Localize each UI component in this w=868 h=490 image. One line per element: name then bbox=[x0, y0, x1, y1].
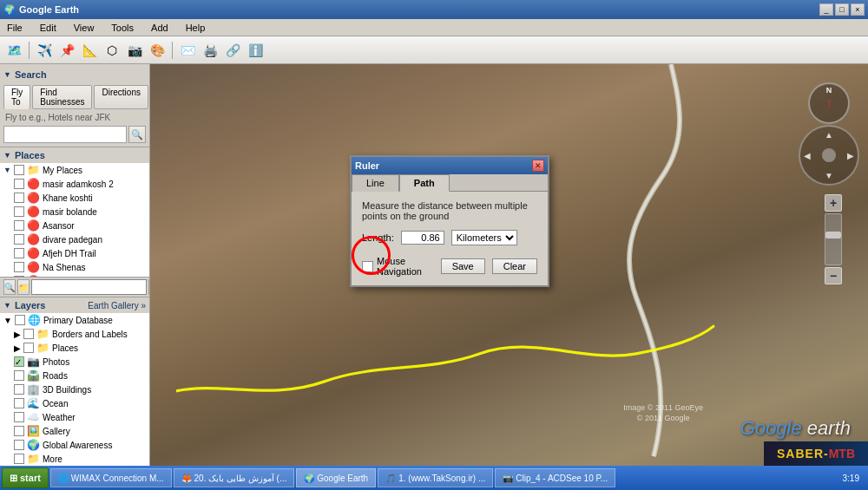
toolbar-btn-1[interactable]: 🗺️ bbox=[3, 40, 24, 61]
item-checkbox[interactable] bbox=[14, 193, 24, 203]
window-controls[interactable]: _ □ × bbox=[819, 3, 865, 16]
zoom-slider[interactable] bbox=[825, 213, 842, 265]
close-button[interactable]: × bbox=[851, 3, 865, 16]
menu-add[interactable]: Add bbox=[148, 21, 172, 35]
tab-directions[interactable]: Directions bbox=[94, 85, 148, 109]
places-zoom-btn[interactable]: 🔍 bbox=[3, 279, 16, 295]
menu-edit[interactable]: Edit bbox=[36, 21, 60, 35]
layer-checkbox[interactable] bbox=[14, 426, 24, 436]
item-label: Na Shenas bbox=[43, 263, 85, 272]
nav-left-button[interactable]: ◀ bbox=[804, 151, 811, 160]
earth-gallery-button[interactable]: Earth Gallery » bbox=[88, 301, 146, 310]
taskbar-item-music[interactable]: 🎵 1. (www.TakSong.ir) ... bbox=[378, 468, 493, 487]
layer-checkbox[interactable] bbox=[14, 454, 24, 464]
list-item[interactable]: 🔴 Afjeh DH Trail bbox=[10, 246, 149, 260]
navigation-ring[interactable]: ▲ ▼ ◀ ▶ bbox=[799, 125, 859, 186]
item-checkbox[interactable] bbox=[14, 220, 24, 231]
layer-checkbox[interactable] bbox=[15, 315, 25, 325]
item-checkbox[interactable] bbox=[14, 179, 24, 189]
toolbar-btn-3[interactable]: 📌 bbox=[56, 40, 77, 61]
ruler-length-unit-select[interactable]: Kilometers Miles Meters Feet bbox=[451, 230, 517, 245]
list-item[interactable]: 🔴 Asansor bbox=[10, 219, 149, 232]
my-places-checkbox[interactable] bbox=[14, 165, 24, 175]
item-checkbox[interactable] bbox=[14, 248, 24, 258]
places-search-input[interactable] bbox=[31, 279, 147, 295]
menu-view[interactable]: View bbox=[70, 21, 98, 35]
ruler-clear-button[interactable]: Clear bbox=[492, 258, 537, 274]
list-item[interactable]: 🖼️ Gallery bbox=[10, 424, 149, 438]
layer-primary-database[interactable]: ▼ 🌐 Primary Database bbox=[0, 313, 149, 327]
toolbar-btn-6[interactable]: 📷 bbox=[124, 40, 145, 61]
ruler-tab-path[interactable]: Path bbox=[399, 174, 450, 192]
list-item[interactable]: 🌊 Ocean bbox=[10, 396, 149, 410]
zoom-in-button[interactable]: + bbox=[825, 194, 842, 212]
layer-checkbox[interactable] bbox=[23, 343, 34, 353]
list-item[interactable]: ▶ 📁 Places bbox=[10, 341, 149, 355]
toolbar-sep-1 bbox=[29, 42, 30, 59]
layer-checkbox-checked[interactable]: ✓ bbox=[14, 356, 24, 367]
toolbar-btn-2[interactable]: ✈️ bbox=[34, 40, 55, 61]
toolbar-btn-4[interactable]: 📐 bbox=[79, 40, 100, 61]
zoom-out-button[interactable]: − bbox=[825, 267, 842, 284]
toolbar-btn-9[interactable]: 🖨️ bbox=[200, 40, 220, 61]
places-folder-btn[interactable]: 📁 bbox=[17, 279, 30, 295]
maximize-button[interactable]: □ bbox=[835, 3, 849, 16]
layer-checkbox[interactable] bbox=[14, 370, 24, 381]
toolbar: 🗺️ ✈️ 📌 📐 ⬡ 📷 🎨 ✉️ 🖨️ 🔗 ℹ️ bbox=[0, 36, 868, 64]
layer-checkbox[interactable] bbox=[14, 412, 24, 422]
menu-help[interactable]: Help bbox=[182, 21, 209, 35]
layer-checkbox[interactable] bbox=[14, 384, 24, 395]
nav-right-button[interactable]: ▶ bbox=[847, 151, 854, 160]
places-my-places[interactable]: ▼ 📁 My Places bbox=[0, 163, 149, 177]
item-checkbox[interactable] bbox=[14, 262, 24, 272]
menu-file[interactable]: File bbox=[3, 21, 26, 35]
tab-find-businesses[interactable]: Find Businesses bbox=[32, 85, 92, 109]
toolbar-btn-7[interactable]: 🎨 bbox=[147, 40, 168, 61]
list-item[interactable]: 📁 More bbox=[10, 452, 149, 466]
places-add-btn[interactable]: + bbox=[148, 279, 149, 295]
list-item[interactable]: 🌍 Global Awareness bbox=[10, 438, 149, 452]
list-item[interactable]: ▶ 📁 Borders and Labels bbox=[10, 327, 149, 341]
expand-icon: ▶ bbox=[14, 343, 21, 353]
list-item[interactable]: 🔴 masir bolande bbox=[10, 205, 149, 219]
compass-n-label: N bbox=[826, 86, 832, 95]
minimize-button[interactable]: _ bbox=[819, 3, 833, 16]
taskbar-item-wimax[interactable]: 🌐 WIMAX Connection M... bbox=[50, 468, 172, 487]
ruler-save-button[interactable]: Save bbox=[441, 258, 485, 274]
toolbar-btn-5[interactable]: ⬡ bbox=[102, 40, 122, 61]
fly-to-input[interactable] bbox=[3, 126, 127, 143]
nav-center bbox=[822, 148, 836, 162]
nav-down-button[interactable]: ▼ bbox=[825, 171, 833, 180]
taskbar-item-photo[interactable]: 📷 Clip_4 - ACDSee 10 P... bbox=[495, 468, 615, 487]
toolbar-btn-11[interactable]: ℹ️ bbox=[245, 40, 266, 61]
list-item[interactable]: 🔴 Khane koshti bbox=[10, 191, 149, 205]
list-item[interactable]: 🔴 divare padegan bbox=[10, 232, 149, 246]
toolbar-sep-2 bbox=[172, 42, 173, 59]
tab-fly-to[interactable]: Fly To bbox=[3, 85, 30, 109]
mouse-navigation-checkbox[interactable] bbox=[362, 261, 373, 272]
ruler-tab-line[interactable]: Line bbox=[352, 174, 399, 192]
list-item[interactable]: 🛣️ Roads bbox=[10, 369, 149, 382]
list-item[interactable]: ☁️ Weather bbox=[10, 410, 149, 424]
search-go-button[interactable]: 🔍 bbox=[128, 126, 146, 143]
layer-checkbox[interactable] bbox=[23, 329, 34, 339]
item-checkbox[interactable] bbox=[14, 234, 24, 245]
start-button[interactable]: ⊞ start bbox=[2, 467, 49, 488]
taskbar-item-google-earth[interactable]: 🌍 Google Earth bbox=[296, 468, 376, 487]
nav-up-button[interactable]: ▲ bbox=[825, 130, 833, 140]
layers-arrow-icon: ▼ bbox=[3, 301, 11, 310]
layer-checkbox[interactable] bbox=[14, 398, 24, 408]
list-item[interactable]: 🔴 Na Shenas bbox=[10, 260, 149, 274]
list-item[interactable]: ✓ 📷 Photos bbox=[10, 355, 149, 369]
menu-tools[interactable]: Tools bbox=[108, 21, 137, 35]
taskbar-item-video[interactable]: 🦊 20. آموزش طایی بایک (... bbox=[174, 468, 295, 487]
toolbar-btn-10[interactable]: 🔗 bbox=[222, 40, 243, 61]
item-checkbox[interactable] bbox=[14, 206, 24, 217]
start-icon: ⊞ bbox=[10, 473, 17, 484]
layer-checkbox[interactable] bbox=[14, 440, 24, 450]
ruler-close-button[interactable]: ✕ bbox=[532, 160, 544, 172]
list-item[interactable]: 🏢 3D Buildings bbox=[10, 382, 149, 396]
list-item[interactable]: 🔴 masir adamkosh 2 bbox=[10, 177, 149, 191]
map-area[interactable]: N ↑ ▲ ▼ ◀ ▶ + − bbox=[150, 64, 868, 466]
toolbar-btn-8[interactable]: ✉️ bbox=[177, 40, 198, 61]
